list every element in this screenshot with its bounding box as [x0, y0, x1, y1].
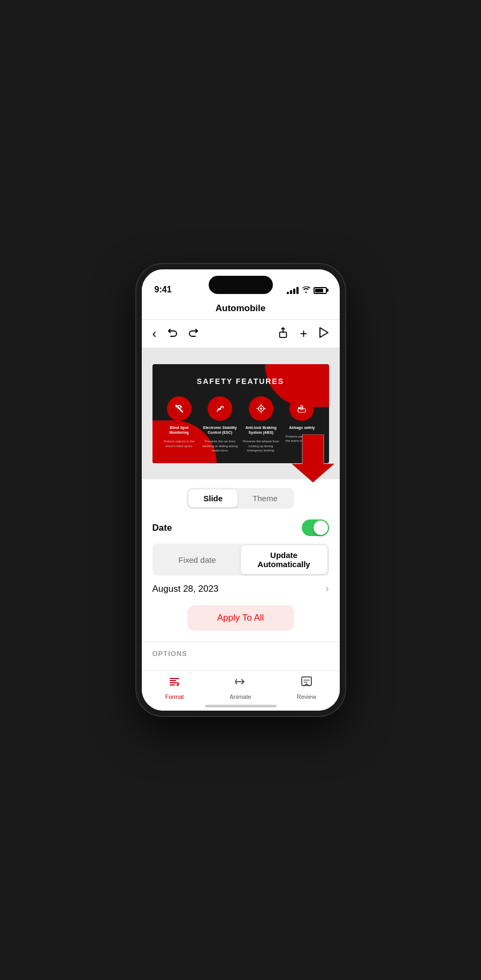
feature-desc-esc: Prevents the car from skidding or slidin…	[202, 439, 239, 453]
feature-icon-esc	[208, 396, 232, 421]
app-title: Automobile	[142, 303, 340, 314]
feature-name-airbags: Airbags safety	[289, 425, 315, 430]
tab-review[interactable]: Review	[273, 675, 339, 700]
nav-left: ‹	[152, 326, 200, 341]
dynamic-island	[209, 276, 273, 294]
segment-control: Slide Theme	[187, 488, 294, 509]
animate-icon	[234, 675, 247, 691]
divider	[142, 642, 340, 642]
phone-content: Automobile ‹ +	[142, 299, 340, 711]
feature-desc-blind-spot: Detects objects in the driver's blind sp…	[161, 439, 198, 448]
segment-theme-button[interactable]: Theme	[238, 489, 293, 507]
date-chevron-right-icon: ›	[326, 583, 329, 594]
bottom-panel: Slide Theme Date Fixed date Update Autom…	[142, 479, 340, 666]
redo-button[interactable]	[188, 327, 200, 341]
format-icon	[168, 675, 181, 691]
nav-bar: ‹ +	[142, 320, 340, 348]
features-grid: Blind Spot Monitoring Detects objects in…	[161, 396, 320, 453]
feature-item-abs: Anti-lock Braking System (ABS) Prevents …	[243, 396, 280, 453]
nav-right: +	[277, 326, 329, 341]
phone-frame: 9:41 Automobile ‹	[136, 264, 345, 716]
feature-desc-abs: Prevents the wheels from locking up duri…	[243, 439, 280, 453]
status-time: 9:41	[155, 285, 172, 295]
feature-item-esc: Electronic Stability Control (ESC) Preve…	[202, 396, 239, 453]
tab-format-label: Format	[165, 693, 184, 700]
update-automatically-button[interactable]: Update Automatically	[241, 545, 327, 574]
toggle-thumb	[314, 521, 328, 535]
slide-preview-area: SAFETY FEATURES	[142, 348, 340, 479]
tab-review-label: Review	[297, 693, 316, 700]
slide-title: SAFETY FEATURES	[161, 377, 320, 386]
app-title-bar: Automobile	[142, 299, 340, 320]
status-icons	[287, 286, 327, 295]
feature-name-esc: Electronic Stability Control (ESC)	[202, 425, 239, 435]
wifi-icon	[302, 286, 310, 295]
slide-content: SAFETY FEATURES	[152, 364, 329, 463]
date-value: August 28, 2023	[152, 584, 219, 594]
signal-icon	[287, 287, 299, 294]
add-button[interactable]: +	[300, 326, 307, 341]
feature-icon-abs	[249, 396, 273, 421]
fixed-date-button[interactable]: Fixed date	[154, 545, 241, 574]
slide-card: SAFETY FEATURES	[152, 364, 329, 463]
tab-animate[interactable]: Animate	[208, 675, 273, 700]
apply-to-all-button[interactable]: Apply To All	[187, 605, 294, 631]
date-toggle[interactable]	[302, 519, 329, 536]
feature-icon-airbags	[289, 396, 314, 421]
review-icon	[300, 675, 313, 691]
feature-desc-airbags: Protects passengers in the event of a co…	[284, 434, 320, 443]
feature-item-blind-spot: Blind Spot Monitoring Detects objects in…	[161, 396, 198, 453]
segment-slide-button[interactable]: Slide	[188, 489, 238, 507]
undo-button[interactable]	[166, 327, 178, 341]
date-label: Date	[152, 523, 172, 533]
back-button[interactable]: ‹	[152, 326, 157, 341]
tab-animate-label: Animate	[230, 693, 251, 700]
feature-icon-blind-spot	[167, 396, 192, 421]
home-indicator	[205, 705, 277, 707]
options-label: OPTIONS	[152, 650, 329, 658]
feature-name-abs: Anti-lock Braking System (ABS)	[243, 425, 280, 435]
play-button[interactable]	[318, 327, 329, 341]
feature-item-airbags: Airbags safety Protects passengers in th…	[284, 396, 320, 453]
battery-icon	[314, 287, 327, 294]
svg-point-10	[298, 407, 300, 409]
feature-name-blind-spot: Blind Spot Monitoring	[161, 425, 198, 435]
share-button[interactable]	[277, 327, 289, 341]
date-row: Date	[152, 519, 329, 536]
tab-format[interactable]: Format	[142, 675, 208, 700]
svg-point-7	[260, 408, 262, 410]
date-value-row[interactable]: August 28, 2023 ›	[152, 583, 329, 594]
date-type-control: Fixed date Update Automatically	[152, 544, 329, 576]
